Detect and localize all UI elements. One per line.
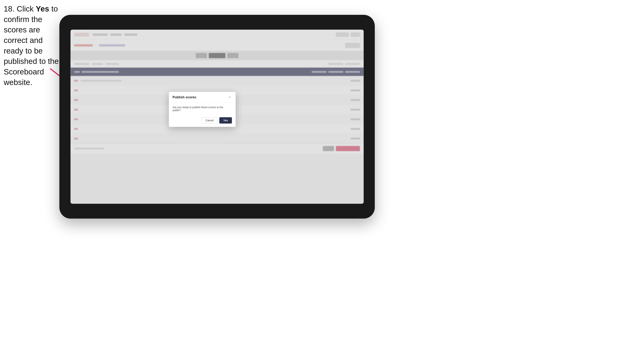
modal-footer: Cancel Yes: [169, 115, 236, 127]
modal-header: Publish scores ×: [169, 92, 236, 102]
modal-overlay: Publish scores × Are you ready to publis…: [70, 30, 364, 204]
modal-close-button[interactable]: ×: [228, 95, 232, 100]
yes-button[interactable]: Yes: [219, 117, 232, 124]
modal-title: Publish scores: [172, 95, 196, 99]
cancel-button[interactable]: Cancel: [202, 117, 218, 124]
instruction-text: 18. Click Yes to confirm the scores are …: [4, 4, 59, 88]
step-number: 18.: [4, 4, 14, 13]
instruction-after: to confirm the scores are correct and re…: [4, 4, 59, 87]
tablet-device: /: [59, 15, 375, 219]
modal-body: Are you ready to publish these scores to…: [169, 102, 236, 115]
tablet-screen: /: [70, 30, 364, 204]
instruction-before: Click: [14, 4, 36, 13]
publish-scores-dialog: Publish scores × Are you ready to publis…: [169, 92, 236, 127]
instruction-bold: Yes: [36, 4, 49, 13]
